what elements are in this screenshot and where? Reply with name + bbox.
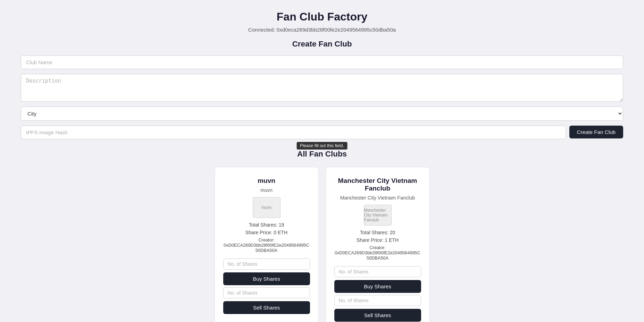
buy-shares-input-0[interactable] [223,259,310,270]
club-actions-1: Buy Shares Sell Shares [334,266,421,322]
club-image-1: Manchester City Vietnam Fanclub [364,205,392,226]
sell-shares-input-1[interactable] [334,295,421,306]
club-description-1: Manchester City Vietnam Fanclub [340,195,415,201]
club-image-0: muvn [253,197,281,218]
create-fan-club-form: City Create Fan Club Please fill out thi… [21,56,623,139]
sell-shares-button-1[interactable]: Sell Shares [334,309,421,322]
ipfs-submit-row: Create Fan Club Please fill out this fie… [21,126,623,139]
create-section-title: Create Fan Club [21,40,623,49]
create-fan-club-button[interactable]: Create Fan Club [569,126,623,138]
sell-shares-input-0[interactable] [223,287,310,298]
all-clubs-title: All Fan Clubs [21,150,623,159]
club-total-shares-0: Total Shares: 19 [249,222,284,228]
city-select[interactable]: City [21,107,623,121]
tooltip-fill-out: Please fill out this field. [296,142,348,150]
ipfs-image-hash-input[interactable] [21,126,566,139]
club-share-price-1: Share Price: 1 ETH [357,237,399,243]
clubs-grid: muvn muvn muvn Total Shares: 19 Share Pr… [21,167,623,322]
club-total-shares-1: Total Shares: 20 [360,230,395,235]
club-description-0: muvn [260,187,273,193]
club-creator-1: Creator:0xD0ECA269D3bb28f00fE2e204956499… [334,245,421,261]
club-card: Manchester City Vietnam Fanclub Manchest… [326,167,430,322]
club-actions-0: Buy Shares Sell Shares [223,259,310,314]
connected-address: Connected: 0xd0eca269d3bb28f00fe2e204956… [21,27,623,33]
sell-shares-button-0[interactable]: Sell Shares [223,301,310,314]
page-title: Fan Club Factory [21,10,623,23]
club-share-price-0: Share Price: 0 ETH [245,230,287,235]
club-creator-0: Creator:0xD0ECA269D3bb28f00fE2e204956499… [223,237,310,253]
description-input[interactable] [21,74,623,102]
club-name-input[interactable] [21,56,623,69]
club-name-1: Manchester City Vietnam Fanclub [334,177,421,192]
buy-shares-button-1[interactable]: Buy Shares [334,280,421,293]
club-name-0: muvn [258,177,275,185]
buy-shares-button-0[interactable]: Buy Shares [223,272,310,285]
club-card: muvn muvn muvn Total Shares: 19 Share Pr… [215,167,319,322]
buy-shares-input-1[interactable] [334,266,421,277]
